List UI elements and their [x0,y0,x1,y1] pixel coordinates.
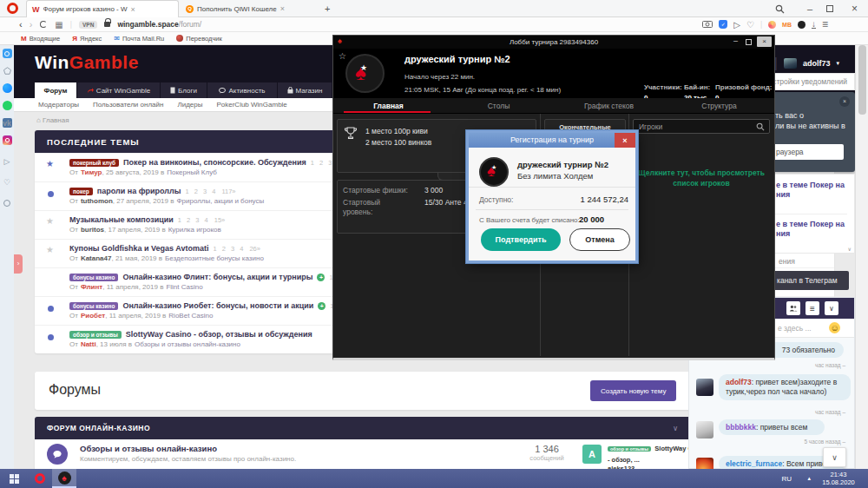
topic-badge[interactable]: бонусы казино [69,302,118,310]
whatsapp-icon[interactable] [3,101,12,110]
history-clock-icon[interactable] [3,198,12,208]
category-title[interactable]: Обзоры и отзывы онлайн-казино [80,444,217,453]
confirm-button[interactable]: Подтвердить [481,228,561,251]
tab-site[interactable]: Сайт WinGamble [77,82,160,98]
chat-username[interactable]: electric_furnace [726,459,782,468]
extension-dark-icon[interactable] [798,21,806,29]
new-tab-button[interactable]: + [325,3,330,14]
dialog-titlebar[interactable]: Регистрация на турнир [469,133,635,148]
topic-title[interactable]: SlottyWay Casino - обзор, отзывы и обсуж… [126,330,312,339]
collapse-chevron-icon[interactable]: ∨ [673,424,679,432]
vpn-badge[interactable]: VPN [79,21,97,29]
scroll-chevron-icon[interactable]: ∨ [848,246,852,252]
username[interactable]: adolf73 [803,59,831,68]
star-icon[interactable]: ★ [46,160,54,168]
tab-close-icon[interactable]: × [131,5,135,14]
chat-username[interactable]: bbbbkkk [726,423,756,432]
messenger-icon[interactable] [3,83,12,93]
panel-expander[interactable]: › [14,254,23,274]
subnav-online[interactable]: Пользователи онлайн [93,101,163,109]
forward-icon[interactable]: › [30,19,33,30]
window-close-button[interactable]: × [852,0,858,17]
topic-title[interactable]: Онлайн-казино Риобет: бонусы, новости и … [122,301,313,310]
speed-dial-icon[interactable]: ▦ [55,20,62,30]
speeddial-pentagon-icon[interactable] [3,66,12,76]
chat-collapse-button[interactable]: ∨ [825,301,838,315]
topic-category[interactable]: Курилка игроков [168,226,221,234]
language-indicator[interactable]: RU [781,469,792,488]
lock-icon[interactable] [104,22,110,27]
start-button[interactable] [0,469,28,488]
favorite-star-icon[interactable]: ☆ [339,51,346,61]
tray-expand-icon[interactable]: ▴ [807,469,811,488]
topic-title[interactable]: Покер на винкоины, спонсорские. Обсужден… [123,158,306,167]
breadcrumb[interactable]: ⌂ Главная [36,116,69,124]
window-minimize-button[interactable]: – [807,0,812,17]
browser-search-icon[interactable] [775,0,785,17]
topic-last-page[interactable]: 117» [221,188,235,195]
topic-author[interactable]: Риобет [81,312,105,320]
vk-icon[interactable]: vk [3,118,12,128]
taskbar-pokerstars[interactable]: ♠ [52,469,76,488]
instagram-icon[interactable] [3,135,12,145]
downloads-icon[interactable]: ↓ [812,21,816,29]
window-maximize-button[interactable] [826,0,833,17]
topic-author[interactable]: buritos [81,226,104,234]
topic-author[interactable]: tuthomon [81,197,113,205]
tab-activity[interactable]: Активность [207,82,277,98]
favorites-heart-icon[interactable]: ♡ [3,177,12,187]
topic-author[interactable]: Флинт [81,283,102,291]
tab-close-icon[interactable]: × [280,4,285,13]
reload-icon[interactable] [40,21,47,28]
avatar[interactable] [696,379,713,396]
chat-username[interactable]: adolf73 [726,378,752,386]
dialog-close-button[interactable]: × [615,133,635,148]
notification-item[interactable]: е в теме Покер нания [776,181,845,200]
scroll-to-bottom-button[interactable]: ∨ [823,447,846,467]
send-to-device-icon[interactable]: ▷ [733,20,740,30]
topic-pages[interactable]: 1 2 3 4 [185,188,217,195]
create-topic-button[interactable]: Создать новую тему [590,380,676,401]
back-icon[interactable]: ‹ [19,19,23,30]
menu-icon[interactable]: ≡ [822,18,828,30]
tab-forum[interactable]: Форум [35,82,76,98]
tab-blogs[interactable]: Блоги [161,82,207,98]
topic-title[interactable]: Онлайн-казино Флинт: бонусы, акции и тур… [122,273,312,281]
chat-users-button[interactable] [786,301,800,315]
lobby-titlebar[interactable]: ♠ Лобби турнира 2983494360 – × [333,36,774,49]
taskbar-clock[interactable]: 21:43 15.08.2020 [814,469,863,488]
topic-author[interactable]: Тимур [81,168,102,176]
chat-menu-button[interactable]: ≡ [806,301,819,315]
tab-shop[interactable]: Магазин [278,82,332,98]
players-search-field[interactable]: Игроки [633,119,770,134]
topic-badge[interactable]: бонусы казино [69,274,118,281]
topic-title[interactable]: Купоны Goldfishka и Vegas Avtomati [69,244,208,253]
extension-icon[interactable] [768,21,776,29]
bookmark-heart-icon[interactable]: ♡ [746,20,754,30]
extension-mb-icon[interactable]: MB [782,22,792,28]
chat-input[interactable]: е здесь ... [778,324,812,333]
topic-author[interactable]: Katana47 [81,254,112,262]
browser-tab-qiwi[interactable]: Q Пополнить QIWI Кошеле × [181,0,318,17]
window-minimize-button[interactable]: – [733,36,738,45]
topic-pages[interactable]: 1 2 3 4 [213,245,245,253]
bookmark-gmail[interactable]: MВходящие [21,35,60,43]
topic-category[interactable]: Бездепозитные бонусы казино [165,254,264,262]
topic-badge[interactable]: обзор и отзывы [69,331,122,339]
window-close-button[interactable]: × [757,36,772,47]
camera-icon[interactable] [702,20,713,30]
topic-category[interactable]: Фрироллы, акции и бонусы [176,197,264,205]
topic-last-page[interactable]: 15» [214,216,226,224]
tab-tables[interactable]: Столы [444,98,554,113]
topic-title[interactable]: пароли на фрироллы [97,187,181,195]
tab-structure[interactable]: Структура [664,98,774,113]
scrollbar-thumb[interactable] [858,45,866,115]
adblock-shield-icon[interactable]: ✓ [719,20,727,29]
topic-badge[interactable]: покер [69,188,93,195]
tab-stack-graph[interactable]: График стеков [554,98,664,113]
star-icon[interactable]: ★ [46,217,54,226]
topic-category[interactable]: RioBet Casino [168,312,213,320]
topic-category[interactable]: Покерный Клуб [167,168,217,176]
site-logo[interactable]: WinGamble [35,52,139,73]
url-path[interactable]: /forum/ [179,20,201,29]
